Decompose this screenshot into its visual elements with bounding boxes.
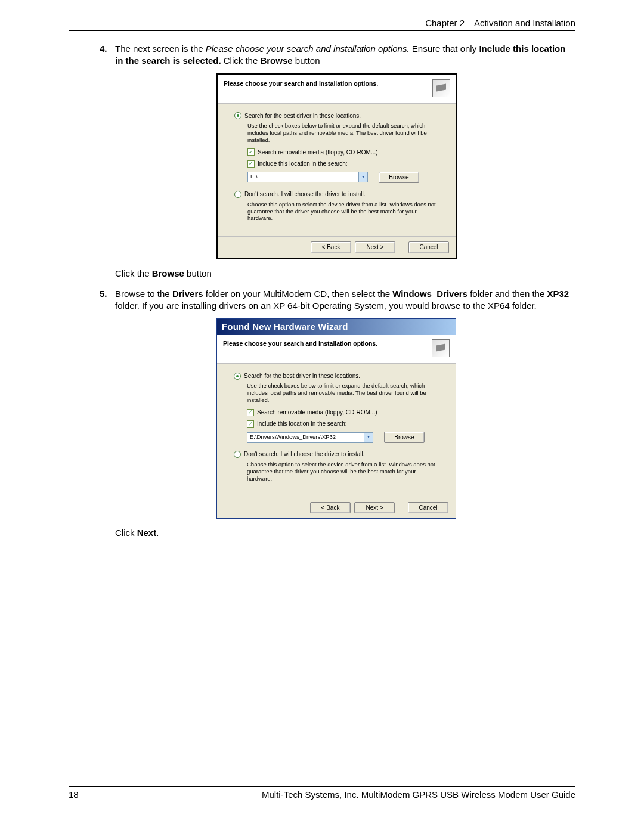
- step4-t7: button: [293, 55, 320, 66]
- chevron-down-icon[interactable]: ▾: [358, 172, 367, 182]
- wizard2-banner: Please choose your search and installati…: [217, 335, 456, 364]
- path-combo-2[interactable]: E:\Drivers\Windows_Drivers\XP32 ▾: [247, 432, 373, 443]
- wizard-2: Found New Hardware Wizard Please choose …: [216, 318, 456, 519]
- step-5-number: 5.: [100, 288, 107, 300]
- wizard2-desc1: Use the check boxes below to limit or ex…: [247, 382, 439, 404]
- radio-dont-search-2[interactable]: [234, 451, 241, 458]
- mid-note-t1: Click the: [115, 268, 152, 278]
- radio-dont-search-label: Don't search. I will choose the driver t…: [244, 190, 366, 199]
- radio-search-best[interactable]: [234, 112, 242, 119]
- mid-note-browse: Browse: [152, 268, 184, 278]
- checkbox-removable-media-2[interactable]: ✓: [247, 409, 254, 416]
- step5-t1: Browse to the: [115, 289, 172, 299]
- wizard1-banner: Please choose your search and installati…: [218, 75, 456, 104]
- step5-windows-drivers: Windows_Drivers: [392, 289, 467, 299]
- checkbox-include-location-2[interactable]: ✓: [247, 420, 254, 428]
- step-4-number: 4.: [100, 43, 107, 55]
- path-combo[interactable]: E:\ ▾: [247, 172, 368, 182]
- step5-xp32: XP32: [547, 289, 569, 299]
- browse-button[interactable]: Browse: [379, 172, 419, 184]
- checkbox-removable-media-2-label: Search removable media (floppy, CD-ROM..…: [257, 408, 377, 417]
- chapter-header: Chapter 2 – Activation and Installation: [69, 18, 575, 31]
- step5-t5: folder and then the: [467, 289, 547, 299]
- path-combo-2-text: E:\Drivers\Windows_Drivers\XP32: [247, 433, 364, 442]
- wizard-icon: [432, 79, 450, 97]
- radio-dont-search-2-label: Don't search. I will choose the driver t…: [244, 450, 365, 459]
- page-number: 18: [69, 789, 79, 800]
- footer-product: Multi-Tech Systems, Inc. MultiModem GPRS…: [262, 789, 575, 800]
- checkbox-removable-media[interactable]: ✓: [247, 148, 255, 156]
- step4-t1: The next screen is the: [115, 44, 206, 54]
- page-footer: 18 Multi-Tech Systems, Inc. MultiModem G…: [69, 786, 575, 800]
- wizard2-titlebar: Found New Hardware Wizard: [217, 319, 456, 335]
- step5-t7: folder. If you are installing drivers on…: [115, 301, 537, 311]
- step5-drivers: Drivers: [172, 289, 203, 299]
- step-5: 5. Browse to the Drivers folder on your …: [69, 288, 575, 539]
- end-note-t3: .: [156, 528, 159, 538]
- step-4: 4. The next screen is the Please choose …: [69, 43, 575, 280]
- checkbox-include-location-label: Include this location in the search:: [258, 160, 348, 168]
- wizard1-desc1: Use the check boxes below to limit or ex…: [247, 122, 439, 144]
- radio-dont-search[interactable]: [234, 191, 242, 198]
- wizard-icon: [432, 339, 450, 357]
- wizard2-desc2: Choose this option to select the device …: [247, 461, 439, 482]
- radio-search-best-2[interactable]: [234, 373, 241, 380]
- chevron-down-icon[interactable]: ▾: [364, 433, 373, 442]
- mid-note-t3: button: [184, 268, 212, 278]
- wizard1-banner-text: Please choose your search and installati…: [224, 79, 378, 88]
- end-note-t1: Click: [115, 528, 137, 538]
- step4-t3: Ensure that only: [410, 44, 479, 54]
- wizard-1: Please choose your search and installati…: [216, 73, 457, 259]
- wizard1-desc2: Choose this option to select the device …: [247, 201, 439, 222]
- path-combo-text: E:\: [248, 172, 358, 182]
- checkbox-include-location[interactable]: ✓: [247, 160, 255, 168]
- checkbox-include-location-2-label: Include this location in the search:: [257, 420, 347, 428]
- next-button[interactable]: Next >: [355, 241, 395, 253]
- next-button-2[interactable]: Next >: [354, 502, 395, 514]
- checkbox-removable-media-label: Search removable media (floppy, CD-ROM..…: [258, 148, 378, 157]
- back-button-2[interactable]: < Back: [310, 502, 351, 514]
- browse-button-2[interactable]: Browse: [384, 432, 425, 444]
- radio-search-best-label: Search for the best driver in these loca…: [244, 112, 361, 120]
- back-button[interactable]: < Back: [311, 241, 351, 253]
- radio-search-best-2-label: Search for the best driver in these loca…: [244, 372, 360, 380]
- end-note-next: Next: [137, 528, 157, 538]
- step4-title-italic: Please choose your search and installati…: [206, 44, 410, 54]
- step4-t5: Click the: [221, 55, 261, 66]
- wizard2-banner-text: Please choose your search and installati…: [223, 339, 377, 348]
- cancel-button[interactable]: Cancel: [408, 241, 449, 253]
- cancel-button-2[interactable]: Cancel: [408, 502, 448, 514]
- step5-t3: folder on your MultiModem CD, then selec…: [203, 289, 393, 299]
- step4-t6: Browse: [260, 55, 292, 66]
